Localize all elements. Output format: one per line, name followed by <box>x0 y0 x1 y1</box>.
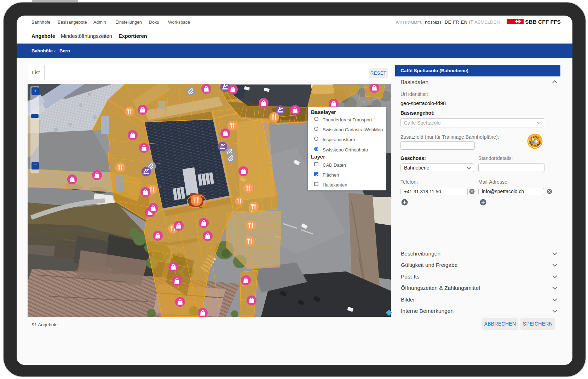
svg-text:SBB CFF FFS: SBB CFF FFS <box>525 19 561 24</box>
